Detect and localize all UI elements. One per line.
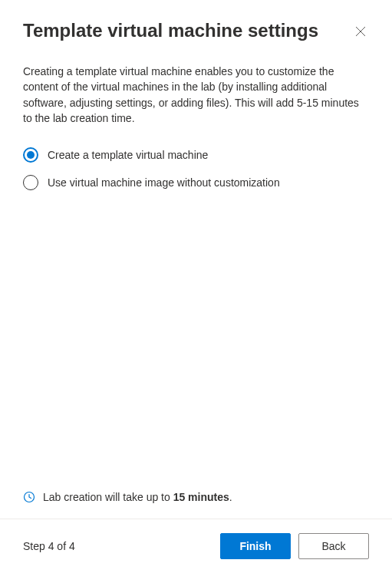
dialog-title: Template virtual machine settings (23, 20, 318, 41)
radio-no-customization[interactable]: Use virtual machine image without custom… (23, 175, 369, 190)
radio-label-no-custom: Use virtual machine image without custom… (48, 176, 280, 189)
footer-buttons: Finish Back (220, 533, 369, 559)
close-button[interactable] (352, 23, 369, 42)
info-duration: 15 minutes (173, 491, 229, 503)
description-text: Creating a template virtual machine enab… (23, 64, 369, 126)
radio-label-create: Create a template virtual machine (48, 149, 208, 161)
dialog-header: Template virtual machine settings (0, 0, 392, 53)
finish-button[interactable]: Finish (220, 533, 291, 559)
info-text: Lab creation will take up to 15 minutes. (43, 491, 232, 503)
dialog-footer: Step 4 of 4 Finish Back (0, 519, 392, 573)
close-icon (355, 26, 366, 37)
info-prefix: Lab creation will take up to (43, 491, 173, 503)
back-button[interactable]: Back (298, 533, 369, 559)
template-option-group: Create a template virtual machine Use vi… (23, 147, 369, 190)
radio-create-template[interactable]: Create a template virtual machine (23, 147, 369, 163)
info-suffix: . (229, 491, 232, 503)
info-bar: Lab creation will take up to 15 minutes. (23, 491, 369, 519)
radio-indicator-selected (23, 147, 38, 163)
dialog-body: Creating a template virtual machine enab… (0, 53, 392, 519)
step-indicator: Step 4 of 4 (23, 540, 75, 552)
clock-icon (23, 491, 35, 503)
radio-indicator-unselected (23, 175, 38, 190)
